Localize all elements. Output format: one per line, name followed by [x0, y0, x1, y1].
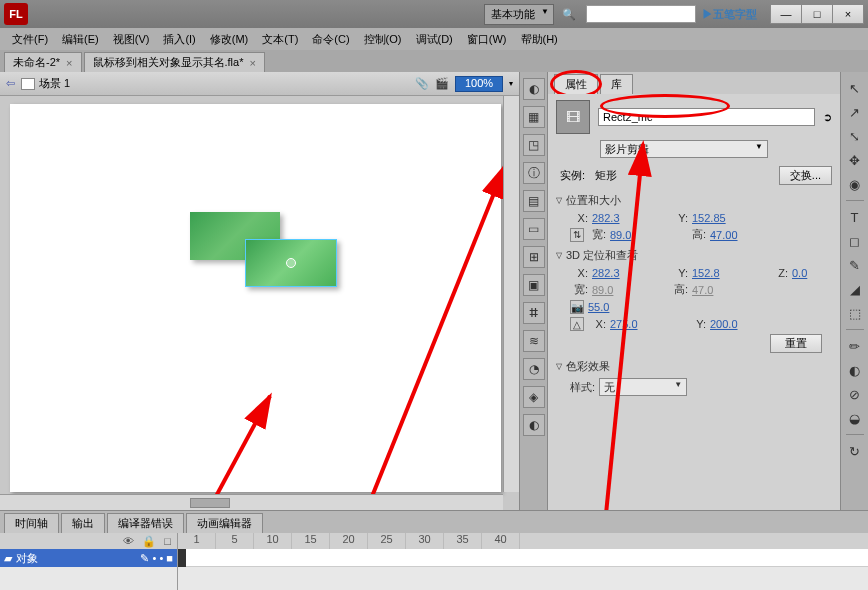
zoom-input[interactable]: 100%: [455, 76, 503, 92]
perspective-value[interactable]: 55.0: [588, 301, 628, 313]
pen-tool-icon[interactable]: ✏: [845, 336, 865, 356]
keyframe[interactable]: [178, 549, 186, 567]
rectangle-tool-icon[interactable]: ◻: [845, 231, 865, 251]
3d-rotation-tool-icon[interactable]: ✥: [845, 150, 865, 170]
instance-of-value: 矩形: [595, 168, 617, 183]
x3-value[interactable]: 282.3: [592, 267, 632, 279]
instance-name-input[interactable]: [598, 108, 815, 126]
vanishing-point-icon: △: [570, 317, 584, 331]
dock-tool[interactable]: ◐: [523, 78, 545, 100]
dock-tool[interactable]: ◳: [523, 134, 545, 156]
close-button[interactable]: ×: [832, 4, 864, 24]
timeline-track[interactable]: [178, 549, 868, 567]
scene-breadcrumb[interactable]: 场景 1: [21, 76, 70, 91]
dock-tool[interactable]: ⵌ: [523, 302, 545, 324]
dock-tool[interactable]: ▤: [523, 190, 545, 212]
instance-type-icon: 🎞: [556, 100, 590, 134]
reset-button[interactable]: 重置: [770, 334, 822, 353]
vpx-value[interactable]: 275.0: [610, 318, 650, 330]
ime-label: ▶五笔字型: [702, 7, 757, 22]
menu-window[interactable]: 窗口(W): [461, 30, 513, 49]
zoom-dropdown-icon[interactable]: ▾: [509, 79, 513, 88]
style-dropdown[interactable]: 无: [599, 378, 687, 396]
visibility-icon[interactable]: 👁: [123, 535, 134, 547]
eyedropper-tool-icon[interactable]: ⊘: [845, 384, 865, 404]
lock-aspect-icon[interactable]: ⇅: [570, 228, 584, 242]
menu-commands[interactable]: 命令(C): [306, 30, 355, 49]
menu-help[interactable]: 帮助(H): [515, 30, 564, 49]
vpy-value[interactable]: 200.0: [710, 318, 750, 330]
transform-handle[interactable]: [286, 258, 296, 268]
ink-bottle-tool-icon[interactable]: ◐: [845, 360, 865, 380]
tab-compiler-errors[interactable]: 编译器错误: [107, 513, 184, 533]
doc-tab-2[interactable]: 鼠标移到相关对象显示其名.fla*×: [84, 52, 265, 72]
tab-library[interactable]: 库: [600, 74, 633, 94]
y3-value[interactable]: 152.8: [692, 267, 732, 279]
rect2-instance[interactable]: [245, 239, 337, 287]
tab-motion-editor[interactable]: 动画编辑器: [186, 513, 263, 533]
timeline-frames[interactable]: 1510152025303540: [178, 533, 868, 590]
text-tool-icon[interactable]: T: [845, 207, 865, 227]
close-icon[interactable]: ×: [66, 57, 72, 69]
pencil-tool-icon[interactable]: ✎: [845, 255, 865, 275]
hand-tool-icon[interactable]: ↻: [845, 441, 865, 461]
x3-label: X:: [570, 267, 588, 279]
h3-label: 高:: [670, 282, 688, 297]
section-color-effect[interactable]: ▽色彩效果: [556, 359, 832, 374]
swap-button[interactable]: 交换...: [779, 166, 832, 185]
tab-output[interactable]: 输出: [61, 513, 105, 533]
menu-modify[interactable]: 修改(M): [204, 30, 255, 49]
tab-properties[interactable]: 属性: [554, 74, 598, 94]
eraser-tool-icon[interactable]: ◒: [845, 408, 865, 428]
doc-tab-1[interactable]: 未命名-2*×: [4, 52, 82, 72]
vertical-scrollbar[interactable]: [503, 96, 519, 492]
menu-view[interactable]: 视图(V): [107, 30, 156, 49]
outline-icon[interactable]: □: [164, 535, 171, 547]
horizontal-scrollbar[interactable]: [0, 494, 503, 510]
menu-insert[interactable]: 插入(I): [157, 30, 201, 49]
subselection-tool-icon[interactable]: ↗: [845, 102, 865, 122]
back-icon[interactable]: ⇦: [6, 77, 15, 90]
brush-tool-icon[interactable]: ◢: [845, 279, 865, 299]
edit-symbol-icon[interactable]: 🎬: [435, 77, 449, 90]
stage[interactable]: [10, 104, 501, 492]
menu-file[interactable]: 文件(F): [6, 30, 54, 49]
w-value[interactable]: 89.0: [610, 229, 650, 241]
symbol-type-dropdown[interactable]: 影片剪辑: [600, 140, 768, 158]
minimize-button[interactable]: —: [770, 4, 802, 24]
section-position-size[interactable]: ▽位置和大小: [556, 193, 832, 208]
dock-tool[interactable]: ◐: [523, 414, 545, 436]
tab-timeline[interactable]: 时间轴: [4, 513, 59, 533]
dock-tool[interactable]: ◔: [523, 358, 545, 380]
help-icon[interactable]: ➲: [823, 111, 832, 124]
h-value[interactable]: 47.00: [710, 229, 750, 241]
close-icon[interactable]: ×: [249, 57, 255, 69]
search-input[interactable]: [586, 5, 696, 23]
lock-icon[interactable]: 🔒: [142, 535, 156, 548]
menu-edit[interactable]: 编辑(E): [56, 30, 105, 49]
lasso-tool-icon[interactable]: ◉: [845, 174, 865, 194]
maximize-button[interactable]: □: [801, 4, 833, 24]
canvas-toolbar: ⇦ 场景 1 📎 🎬 100% ▾: [0, 72, 519, 96]
menu-control[interactable]: 控制(O): [358, 30, 408, 49]
dock-tool[interactable]: ▣: [523, 274, 545, 296]
y-value[interactable]: 152.85: [692, 212, 732, 224]
dock-tool[interactable]: ◈: [523, 386, 545, 408]
dock-tool[interactable]: ≋: [523, 330, 545, 352]
section-3d[interactable]: ▽3D 定位和查看: [556, 248, 832, 263]
edit-scene-icon[interactable]: 📎: [415, 77, 429, 90]
menu-debug[interactable]: 调试(D): [410, 30, 459, 49]
workspace-dropdown[interactable]: 基本功能: [484, 4, 554, 25]
dock-tool[interactable]: ⊞: [523, 246, 545, 268]
x-value[interactable]: 282.3: [592, 212, 632, 224]
layer-row[interactable]: ▰ 对象 ✎ • • ■: [0, 549, 177, 567]
menu-text[interactable]: 文本(T): [256, 30, 304, 49]
dock-tool[interactable]: ⓘ: [523, 162, 545, 184]
selection-tool-icon[interactable]: ↖: [845, 78, 865, 98]
deco-tool-icon[interactable]: ⬚: [845, 303, 865, 323]
dock-tool[interactable]: ▦: [523, 106, 545, 128]
dock-tool[interactable]: ▭: [523, 218, 545, 240]
h3-value: 47.0: [692, 284, 732, 296]
z3-value[interactable]: 0.0: [792, 267, 832, 279]
free-transform-tool-icon[interactable]: ⤡: [845, 126, 865, 146]
